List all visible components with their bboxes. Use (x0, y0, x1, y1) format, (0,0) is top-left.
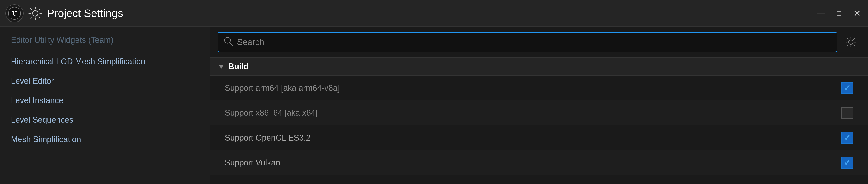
right-panel: ▼ Build Support arm64 [aka arm64-v8a] ✓ … (210, 27, 868, 184)
row-label-x86: Support x86_64 [aka x64] (225, 108, 841, 118)
search-area (210, 27, 868, 58)
minimize-button[interactable]: — (815, 8, 827, 19)
sidebar-item-editor-utility-widgets[interactable]: Editor Utility Widgets (Team) (0, 30, 210, 50)
checkbox-vulkan[interactable]: ✓ (841, 156, 854, 169)
sidebar: Editor Utility Widgets (Team) Hierarchic… (0, 27, 210, 184)
settings-content: ▼ Build Support arm64 [aka arm64-v8a] ✓ … (210, 58, 868, 184)
section-chevron-icon: ▼ (218, 62, 225, 71)
checkbox-x86[interactable] (841, 106, 854, 119)
settings-row-opengl: Support OpenGL ES3.2 ✓ (210, 125, 868, 150)
ue-logo: U (5, 4, 24, 22)
sidebar-item-level-instance[interactable]: Level Instance (0, 91, 210, 110)
row-label-opengl: Support OpenGL ES3.2 (225, 133, 841, 143)
checkbox-arm64[interactable]: ✓ (841, 82, 854, 94)
sidebar-item-mesh-simplification[interactable]: Mesh Simplification (0, 130, 210, 149)
settings-gear-button[interactable] (841, 32, 861, 52)
checkbox-opengl[interactable]: ✓ (841, 131, 854, 144)
close-button[interactable]: ✕ (852, 8, 863, 19)
search-input[interactable] (237, 37, 831, 47)
search-bar-wrapper (218, 32, 837, 52)
window-title: Project Settings (47, 7, 815, 20)
section-title: Build (228, 62, 249, 71)
title-bar: U Project Settings — □ ✕ (0, 0, 868, 27)
settings-gear-icon (28, 6, 42, 21)
row-label-arm64: Support arm64 [aka arm64-v8a] (225, 83, 841, 93)
svg-line-3 (230, 42, 233, 46)
sidebar-item-level-editor[interactable]: Level Editor (0, 71, 210, 91)
sidebar-item-level-sequences[interactable]: Level Sequences (0, 110, 210, 130)
checkbox-unchecked-x86 (841, 107, 853, 119)
settings-row-arm64: Support arm64 [aka arm64-v8a] ✓ (210, 75, 868, 100)
sidebar-item-hierarchical-lod[interactable]: Hierarchical LOD Mesh Simplification (0, 52, 210, 71)
checkbox-checked-vulkan: ✓ (841, 157, 853, 168)
svg-text:U: U (12, 9, 17, 17)
checkbox-checked-arm64: ✓ (841, 82, 853, 94)
checkbox-checked-opengl: ✓ (841, 132, 853, 144)
main-content: Editor Utility Widgets (Team) Hierarchic… (0, 27, 868, 184)
build-section-header[interactable]: ▼ Build (210, 58, 868, 75)
search-icon (223, 36, 234, 48)
settings-row-vulkan: Support Vulkan ✓ (210, 150, 868, 175)
window-controls: — □ ✕ (815, 8, 863, 19)
row-label-vulkan: Support Vulkan (225, 158, 841, 167)
settings-row-x86: Support x86_64 [aka x64] (210, 100, 868, 125)
maximize-button[interactable]: □ (834, 8, 844, 19)
